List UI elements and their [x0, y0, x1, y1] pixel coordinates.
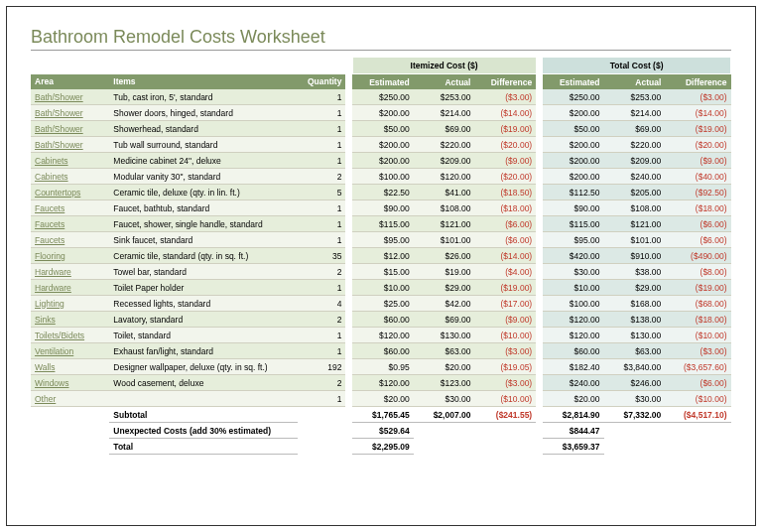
- cell-t-diff: ($19.00): [665, 280, 730, 296]
- cell-t-diff: ($68.00): [665, 296, 730, 312]
- cell-i-act: $214.00: [414, 105, 475, 121]
- cell-i-act: $63.00: [414, 343, 475, 359]
- cell-area: Windows: [31, 375, 109, 391]
- cell-t-act: $209.00: [604, 153, 666, 169]
- cell-t-est: $60.00: [543, 343, 604, 359]
- cell-area: Bath/Shower: [31, 89, 109, 105]
- col-t-est: Estimated: [543, 74, 604, 90]
- cell-t-est: $30.00: [543, 264, 604, 280]
- cell-t-diff: ($14.00): [665, 105, 730, 121]
- table-row: HardwareTowel bar, standard2$15.00$19.00…: [31, 264, 731, 280]
- cell-i-act: $30.00: [414, 391, 475, 407]
- cell-t-est: $95.00: [543, 232, 604, 248]
- cell-t-est: $100.00: [543, 296, 604, 312]
- cell-t-est: $200.00: [543, 153, 604, 169]
- cell-i-diff: ($20.00): [474, 169, 536, 185]
- cell-item: Tub wall surround, standard: [109, 137, 298, 153]
- cell-i-act: $69.00: [414, 121, 475, 137]
- cell-t-act: $138.00: [604, 312, 666, 328]
- cell-i-est: $90.00: [352, 200, 414, 216]
- table-row: CabinetsModular vanity 30", standard2$10…: [31, 169, 731, 185]
- table-row: CabinetsMedicine cabinet 24", deluxe1$20…: [31, 153, 731, 169]
- cell-i-est: $12.00: [352, 248, 414, 264]
- table-row: HardwareToilet Paper holder1$10.00$29.00…: [31, 280, 731, 296]
- cell-t-diff: ($3,657.60): [665, 359, 730, 375]
- cell-i-est: $22.50: [352, 185, 414, 200]
- cell-t-diff: ($92.50): [665, 185, 730, 200]
- cell-i-diff: ($14.00): [474, 105, 536, 121]
- cell-t-act: $121.00: [604, 216, 666, 232]
- cell-area: Hardware: [31, 264, 109, 280]
- cell-i-est: $200.00: [352, 153, 414, 169]
- unexpected-label: Unexpected Costs (add 30% estimated): [109, 423, 298, 439]
- table-row: Bath/ShowerTub wall surround, standard1$…: [31, 137, 731, 153]
- table-row: LightingRecessed lights, standard4$25.00…: [31, 296, 731, 312]
- cell-qty: 1: [298, 137, 345, 153]
- cell-i-act: $69.00: [414, 312, 475, 328]
- cell-i-diff: ($9.00): [474, 312, 536, 328]
- cell-i-est: $60.00: [352, 343, 414, 359]
- cell-i-est: $120.00: [352, 328, 414, 343]
- subtotal-ia: $2,007.00: [414, 407, 475, 423]
- cell-area: Cabinets: [31, 169, 109, 185]
- cell-item: Designer wallpaper, deluxe (qty. in sq. …: [109, 359, 298, 375]
- cell-t-diff: ($40.00): [665, 169, 730, 185]
- cell-i-diff: ($19.00): [474, 280, 536, 296]
- cell-t-diff: ($20.00): [665, 137, 730, 153]
- cell-t-est: $120.00: [543, 328, 604, 343]
- cell-i-est: $60.00: [352, 312, 414, 328]
- cell-i-est: $115.00: [352, 216, 414, 232]
- subtotal-td: ($4,517.10): [665, 407, 730, 423]
- cell-area: Sinks: [31, 312, 109, 328]
- table-body: Bath/ShowerTub, cast iron, 5', standard1…: [31, 89, 731, 407]
- table-row: Toilets/BidetsToilet, standard1$120.00$1…: [31, 328, 731, 343]
- table-row: Other1$20.00$30.00($10.00)$20.00$30.00($…: [31, 391, 731, 407]
- cell-item: Shower doors, hinged, standard: [109, 105, 298, 121]
- table-row: CountertopsCeramic tile, deluxe (qty. in…: [31, 185, 731, 200]
- cell-t-act: $246.00: [604, 375, 666, 391]
- cell-qty: 1: [298, 280, 345, 296]
- cell-area: Bath/Shower: [31, 137, 109, 153]
- itemized-header: Itemized Cost ($): [352, 58, 536, 74]
- total-te: $3,659.37: [543, 439, 604, 455]
- cell-item: Faucet, bathtub, standard: [109, 200, 298, 216]
- cell-i-diff: ($4.00): [474, 264, 536, 280]
- cell-item: Sink faucet, standard: [109, 232, 298, 248]
- cell-t-est: $10.00: [543, 280, 604, 296]
- cell-item: Faucet, shower, single handle, standard: [109, 216, 298, 232]
- cell-t-act: $130.00: [604, 328, 666, 343]
- col-area: Area: [31, 74, 109, 90]
- col-t-diff: Difference: [665, 74, 730, 90]
- cell-qty: 1: [298, 343, 345, 359]
- cell-t-act: $168.00: [604, 296, 666, 312]
- cell-t-diff: ($10.00): [665, 391, 730, 407]
- cell-t-diff: ($6.00): [665, 375, 730, 391]
- cell-i-est: $25.00: [352, 296, 414, 312]
- subtotal-label: Subtotal: [109, 407, 298, 423]
- cell-area: Faucets: [31, 216, 109, 232]
- cell-item: Tub, cast iron, 5', standard: [109, 89, 298, 105]
- cell-t-est: $112.50: [543, 185, 604, 200]
- cell-area: Bath/Shower: [31, 105, 109, 121]
- cell-i-act: $209.00: [414, 153, 475, 169]
- subtotal-te: $2,814.90: [543, 407, 604, 423]
- cell-i-diff: ($19.00): [474, 121, 536, 137]
- cell-t-est: $200.00: [543, 105, 604, 121]
- cell-t-diff: ($6.00): [665, 216, 730, 232]
- cell-t-act: $214.00: [604, 105, 666, 121]
- cell-area: Bath/Shower: [31, 121, 109, 137]
- cell-t-est: $115.00: [543, 216, 604, 232]
- cell-t-act: $63.00: [604, 343, 666, 359]
- cell-i-act: $120.00: [414, 169, 475, 185]
- unexpected-te: $844.47: [543, 423, 604, 439]
- cell-qty: 1: [298, 216, 345, 232]
- cell-i-diff: ($18.50): [474, 185, 536, 200]
- cell-i-act: $26.00: [414, 248, 475, 264]
- cell-item: Recessed lights, standard: [109, 296, 298, 312]
- cell-qty: 1: [298, 153, 345, 169]
- cell-t-diff: ($10.00): [665, 328, 730, 343]
- cell-t-est: $420.00: [543, 248, 604, 264]
- cell-t-diff: ($490.00): [665, 248, 730, 264]
- cell-i-diff: ($14.00): [474, 248, 536, 264]
- cell-i-diff: ($10.00): [474, 391, 536, 407]
